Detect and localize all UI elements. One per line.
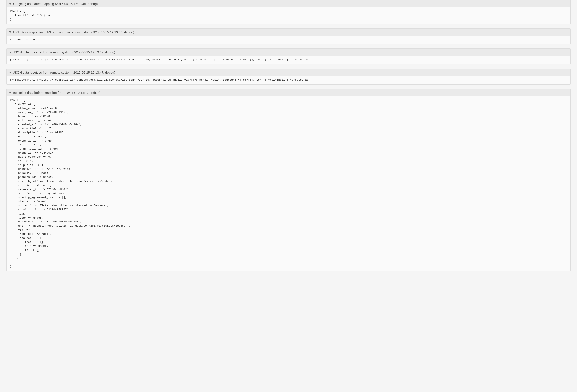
panel-body: {"ticket":{"url":"https://robertullrich.… <box>7 76 570 84</box>
debug-panel: Incoming data before mapping (2017-06-15… <box>6 89 571 271</box>
panel-header-incoming-data[interactable]: Incoming data before mapping (2017-06-15… <box>7 89 570 96</box>
panel-title: Incoming data before mapping (2017-06-15… <box>13 91 101 94</box>
chevron-down-icon <box>9 52 11 53</box>
debug-panel: Outgoing data after mapping (2017-06-15 … <box>6 0 571 24</box>
panel-title: URI after interpolating URI params from … <box>13 30 134 34</box>
panel-body: {"ticket":{"url":"https://robertullrich.… <box>7 56 570 64</box>
panel-body: $VAR1 = { 'TicketID' => '16.json' }; <box>7 7 570 24</box>
chevron-down-icon <box>9 72 11 73</box>
debug-log-container: Outgoing data after mapping (2017-06-15 … <box>0 0 577 282</box>
chevron-down-icon <box>9 92 11 93</box>
panel-title: JSON data received from remote system (2… <box>13 50 115 54</box>
panel-title: JSON data received from remote system (2… <box>13 71 115 74</box>
panel-body: /tickets/16.json <box>7 36 570 44</box>
debug-panel: JSON data received from remote system (2… <box>6 48 571 64</box>
panel-title: Outgoing data after mapping (2017-06-15 … <box>13 2 98 6</box>
panel-header-uri-interpolated[interactable]: URI after interpolating URI params from … <box>7 29 570 36</box>
debug-panel: URI after interpolating URI params from … <box>6 28 571 44</box>
chevron-down-icon <box>9 32 11 33</box>
panel-body: $VAR1 = { 'ticket' => { 'allow_channelba… <box>7 96 570 271</box>
panel-header-json-received-2[interactable]: JSON data received from remote system (2… <box>7 69 570 76</box>
debug-panel: JSON data received from remote system (2… <box>6 69 571 85</box>
chevron-down-icon <box>9 3 11 4</box>
panel-header-outgoing-data[interactable]: Outgoing data after mapping (2017-06-15 … <box>7 0 570 7</box>
panel-header-json-received-1[interactable]: JSON data received from remote system (2… <box>7 49 570 56</box>
